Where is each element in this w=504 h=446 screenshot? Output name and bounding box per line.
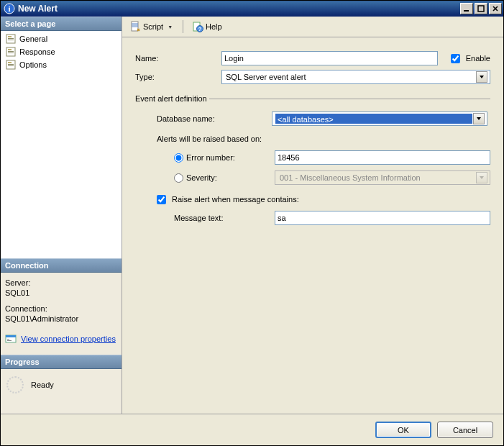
svg-rect-2 [464,10,469,12]
type-select[interactable]: SQL Server event alert [221,70,490,84]
page-item-response[interactable]: Response [4,45,119,58]
svg-rect-19 [7,340,12,341]
event-def-header: Event alert definition [135,94,207,103]
server-value: SQL01 [1,288,122,297]
severity-radio[interactable]: Severity: [174,173,275,183]
progress-status: Ready [31,381,54,389]
svg-rect-13 [8,62,12,63]
severity-select: 001 - Miscellaneous System Information [275,170,490,185]
server-label: Server: [1,278,122,287]
help-icon: ? [192,21,203,32]
raise-contains-checkbox[interactable]: Raise alert when message contains: [157,195,299,204]
database-select[interactable]: <all databases> [272,112,487,126]
svg-rect-3 [478,6,484,12]
svg-rect-18 [7,339,9,340]
db-label: Database name: [157,114,272,123]
chevron-down-icon [476,172,487,183]
svg-rect-11 [8,53,14,53]
app-icon: i [4,3,15,14]
help-label: Help [206,22,222,31]
page-item-general[interactable]: General [4,32,119,45]
svg-rect-5 [8,36,12,37]
raise-contains-checkbox-input[interactable] [157,195,166,204]
script-label: Script [143,22,163,31]
page-icon [5,59,17,70]
minimize-button[interactable] [460,3,473,14]
page-icon [5,33,17,45]
connection-label: Connection: [1,304,122,313]
chevron-down-icon [473,113,485,124]
error-number-radio-input[interactable] [174,153,183,163]
connection-header: Connection [1,258,122,273]
svg-rect-14 [8,64,14,65]
chevron-down-icon: ▼ [165,24,174,29]
connection-value: SQL01\Administrator [1,314,122,323]
page-icon [5,46,17,58]
severity-radio-input[interactable] [174,173,183,183]
page-item-options[interactable]: Options [4,58,119,71]
form-area: Name: Enable Type: [122,37,503,414]
type-value: SQL Server event alert [224,73,307,81]
window-title: New Alert [18,4,58,14]
right-pane: Script ▼ ? Help Name: [122,17,503,414]
name-label: Name: [135,54,221,63]
svg-rect-9 [8,49,12,50]
progress-spinner-icon [6,376,24,393]
raise-contains-label: Raise alert when message contains: [172,195,299,204]
svg-rect-17 [6,335,16,337]
page-item-label: Response [19,47,55,56]
svg-text:i: i [8,4,10,13]
select-page-header: Select a page [1,17,122,31]
severity-label: Severity: [186,173,217,182]
svg-rect-7 [8,40,14,40]
maximize-button[interactable] [475,3,487,14]
progress-panel: Ready [1,369,122,414]
database-value: <all databases> [275,114,472,124]
help-button[interactable]: ? Help [189,19,225,35]
app-window: i New Alert Select a page [0,0,504,446]
svg-rect-6 [8,38,14,39]
toolbar: Script ▼ ? Help [122,17,503,37]
toolbar-separator [183,20,183,33]
severity-value: 001 - Miscellaneous System Information [278,173,476,182]
view-connection-properties-link[interactable]: View connection properties [21,334,116,343]
left-pane: Select a page General Response [1,17,122,414]
type-label: Type: [135,73,221,81]
enable-checkbox-input[interactable] [451,54,460,63]
script-icon [129,21,141,32]
properties-icon [5,333,17,345]
title-bar: i New Alert [1,1,503,17]
alerts-based-label: Alerts will be raised based on: [157,135,262,143]
close-button[interactable] [489,3,502,14]
connection-panel: Server: SQL01 Connection: SQL01\Administ… [1,273,122,355]
page-item-label: General [19,35,47,43]
error-number-label: Error number: [186,153,235,162]
svg-rect-10 [8,51,14,52]
message-text-label: Message text: [174,214,275,222]
error-number-input[interactable] [275,150,490,165]
message-text-input[interactable] [275,211,490,225]
page-item-label: Options [19,60,47,69]
ok-button[interactable]: OK [375,422,431,438]
svg-rect-15 [8,65,14,66]
cancel-button[interactable]: Cancel [437,422,493,438]
chevron-down-icon [476,71,487,83]
progress-header: Progress [1,355,122,369]
name-input[interactable] [221,51,438,65]
page-list: General Response Options [1,31,122,76]
enable-label: Enable [466,54,490,63]
dialog-button-bar: OK Cancel [1,414,503,445]
script-button[interactable]: Script ▼ [127,19,177,35]
enable-checkbox[interactable]: Enable [451,54,490,63]
error-number-radio[interactable]: Error number: [174,153,275,163]
svg-text:?: ? [198,27,201,32]
